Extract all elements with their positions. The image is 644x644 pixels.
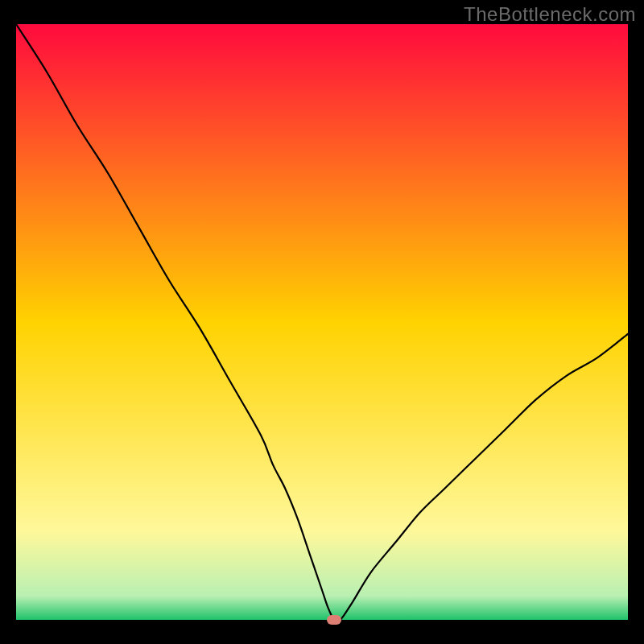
bottleneck-chart: TheBottleneck.com bbox=[0, 0, 644, 644]
plot-area bbox=[16, 24, 628, 620]
bottleneck-curve bbox=[16, 24, 628, 620]
optimal-point-marker bbox=[327, 615, 341, 625]
watermark-label: TheBottleneck.com bbox=[464, 3, 636, 26]
